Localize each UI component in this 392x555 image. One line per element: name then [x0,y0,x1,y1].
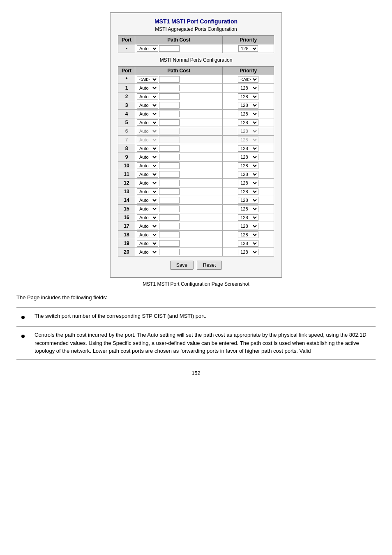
path-cost-select[interactable]: AutoSpecific [137,231,158,238]
path-cost-input[interactable] [159,93,180,100]
priority-select[interactable]: 0163248648096112128144160176192208224240 [238,119,258,126]
priority-select[interactable]: 0163248648096112128144160176192208224240 [238,249,258,255]
priority-select[interactable]: 0163248648096112128144160176192208224240 [238,102,258,109]
path-cost-input[interactable] [159,119,180,126]
priority-select[interactable]: 0163248648096112128144160176192208224240 [238,85,258,91]
table-row: 6AutoSpecific016324864809611212814416017… [118,127,274,136]
agg-path-cost-select[interactable]: Auto Specific [137,45,158,52]
path-cost-input[interactable] [159,136,180,143]
path-cost-select[interactable]: AutoSpecific [137,119,158,126]
info-text: Controls the path cost incurred by the p… [30,326,376,360]
priority-cell: 0163248648096112128144160176192208224240 [223,213,274,222]
priority-select[interactable]: 0163248648096112128144160176192208224240 [238,136,258,143]
path-cost-select[interactable]: AutoSpecific [137,111,158,117]
priority-select[interactable]: 0163248648096112128144160176192208224240 [238,206,258,212]
path-cost-select[interactable]: AutoSpecific [137,249,158,255]
path-cost-input[interactable] [159,249,180,255]
path-cost-select[interactable]: <All> [137,76,158,83]
priority-select[interactable]: 0163248648096112128144160176192208224240 [238,214,258,221]
save-button[interactable]: Save [170,261,194,270]
path-cost-select[interactable]: AutoSpecific [137,85,158,91]
priority-cell: 0163248648096112128144160176192208224240 [223,101,274,110]
table-row: 12AutoSpecific01632486480961121281441601… [118,179,274,187]
priority-select[interactable]: 0163248648096112128144160176192208224240 [238,231,258,238]
info-text: The switch port number of the correspond… [30,308,376,326]
path-cost-input[interactable] [159,154,180,160]
priority-cell: 0163248648096112128144160176192208224240 [223,239,274,248]
priority-select[interactable]: 0163248648096112128144160176192208224240 [238,128,258,134]
path-cost-select[interactable]: AutoSpecific [137,145,158,152]
path-cost-input[interactable] [159,197,180,204]
table-row: 15AutoSpecific01632486480961121281441601… [118,205,274,213]
path-cost-input[interactable] [159,111,180,117]
priority-select[interactable]: 0163248648096112128144160176192208224240 [238,154,258,160]
path-cost-cell: <All> [135,75,223,84]
path-cost-select[interactable]: AutoSpecific [137,188,158,195]
priority-cell: 0163248648096112128144160176192208224240 [223,231,274,239]
priority-select[interactable]: 0163248648096112128144160176192208224240 [238,240,258,247]
priority-cell: 0163248648096112128144160176192208224240 [223,248,274,257]
path-cost-input[interactable] [159,76,180,83]
path-cost-select[interactable]: AutoSpecific [137,223,158,229]
priority-select[interactable]: 0163248648096112128144160176192208224240 [238,223,258,229]
reset-button[interactable]: Reset [197,261,222,270]
agg-path-cost-header: Path Cost [135,36,223,44]
path-cost-input[interactable] [159,162,180,169]
path-cost-select[interactable]: AutoSpecific [137,180,158,186]
path-cost-input[interactable] [159,102,180,109]
priority-cell: 0163248648096112128144160176192208224240 [223,162,274,170]
path-cost-cell: AutoSpecific [135,170,223,179]
path-cost-select[interactable]: AutoSpecific [137,93,158,100]
path-cost-input[interactable] [159,128,180,134]
path-cost-select[interactable]: AutoSpecific [137,128,158,134]
path-cost-select[interactable]: AutoSpecific [137,162,158,169]
port-cell: 13 [118,187,135,196]
table-row: 17AutoSpecific01632486480961121281441601… [118,222,274,231]
bullet-cell [16,326,30,360]
path-cost-input[interactable] [159,206,180,212]
port-cell: 16 [118,213,135,222]
path-cost-cell: AutoSpecific [135,222,223,231]
path-cost-input[interactable] [159,171,180,178]
agg-path-cost-input[interactable] [159,45,180,52]
priority-select[interactable]: 0163248648096112128144160176192208224240 [238,145,258,152]
path-cost-input[interactable] [159,180,180,186]
path-cost-select[interactable]: AutoSpecific [137,154,158,160]
priority-select[interactable]: 0163248648096112128144160176192208224240 [238,162,258,169]
path-cost-input[interactable] [159,240,180,247]
priority-cell: 0163248648096112128144160176192208224240 [223,92,274,101]
path-cost-select[interactable]: AutoSpecific [137,102,158,109]
aggregated-table: Port Path Cost Priority - Auto Specific [118,35,274,53]
priority-select[interactable]: 0163248648096112128144160176192208224240 [238,111,258,117]
path-cost-cell: AutoSpecific [135,153,223,162]
priority-select[interactable]: 0163248648096112128144160176192208224240 [238,188,258,195]
table-row: 8AutoSpecific016324864809611212814416017… [118,144,274,153]
priority-cell: 0163248648096112128144160176192208224240 [223,196,274,205]
path-cost-select[interactable]: AutoSpecific [137,136,158,143]
path-cost-select[interactable]: AutoSpecific [137,214,158,221]
path-cost-select[interactable]: AutoSpecific [137,197,158,204]
path-cost-input[interactable] [159,223,180,229]
priority-select[interactable]: <All> [238,76,258,83]
path-cost-input[interactable] [159,231,180,238]
table-row: 3AutoSpecific016324864809611212814416017… [118,101,274,110]
path-cost-input[interactable] [159,85,180,91]
port-cell: 14 [118,196,135,205]
priority-select[interactable]: 0163248648096112128144160176192208224240 [238,180,258,186]
agg-priority-select[interactable]: 128 0 16 32 48 64 80 96 112 144 160 176 [238,45,258,52]
path-cost-cell: AutoSpecific [135,187,223,196]
priority-select[interactable]: 0163248648096112128144160176192208224240 [238,93,258,100]
priority-select[interactable]: 0163248648096112128144160176192208224240 [238,171,258,178]
path-cost-input[interactable] [159,145,180,152]
path-cost-select[interactable]: AutoSpecific [137,240,158,247]
path-cost-select[interactable]: AutoSpecific [137,206,158,212]
path-cost-cell: AutoSpecific [135,205,223,213]
path-cost-select[interactable]: AutoSpecific [137,171,158,178]
bullet-icon [21,316,25,319]
agg-port-header: Port [118,36,135,44]
path-cost-input[interactable] [159,214,180,221]
priority-select[interactable]: 0163248648096112128144160176192208224240 [238,197,258,204]
screenshot-caption: MST1 MSTI Port Configuration Page Screen… [143,281,249,287]
priority-cell: 0163248648096112128144160176192208224240 [223,144,274,153]
path-cost-input[interactable] [159,188,180,195]
